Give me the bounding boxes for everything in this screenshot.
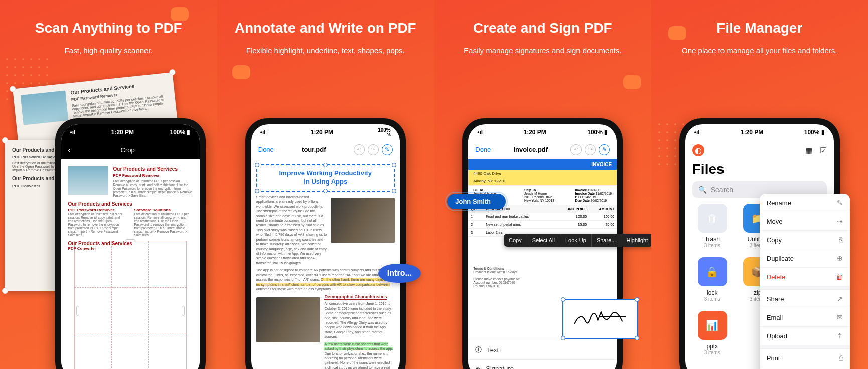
action-text[interactable]: ⓉText	[468, 340, 617, 360]
signature-icon: ✒	[475, 365, 481, 369]
panel-scan: Scan Anything to PDF Fast, high-quality …	[0, 0, 217, 369]
undo-icon[interactable]: ↶	[570, 144, 582, 155]
pen-active-icon[interactable]: ✎	[599, 144, 610, 155]
done-button[interactable]: Done	[258, 146, 274, 153]
search-placeholder: Search	[711, 186, 733, 194]
highlighted-address[interactable]: Albany, NY 12210	[468, 177, 617, 185]
file-item[interactable]: 🗑Trash3 items	[694, 204, 731, 248]
panel-title: File Manager	[651, 20, 869, 36]
action-signature[interactable]: ✒Signature	[468, 360, 617, 369]
menu-item-duplicate[interactable]: Duplicate⊕	[760, 249, 850, 268]
files-title: Files	[685, 160, 834, 181]
crop-box[interactable]	[74, 241, 187, 369]
menu-item-email[interactable]: Email✉	[760, 308, 850, 327]
panel-subtitle: Fast, high-quality scanner.	[0, 45, 217, 57]
tooltip-select-all[interactable]: Select All	[527, 234, 560, 247]
redo-icon[interactable]: ↷	[368, 144, 379, 155]
crop-handle[interactable]	[182, 306, 185, 316]
menu-item-delete[interactable]: Delete🗑	[760, 268, 850, 286]
done-button[interactable]: Done	[475, 146, 491, 153]
panel-title: Annotate and Write on PDF	[217, 20, 435, 36]
status-bar: •ıl1:20 PM100% ▮	[468, 124, 617, 140]
panel-sign: Create and Sign PDF Easily manage signat…	[434, 0, 651, 369]
panel-subtitle: Flexible highlight, underline, text, sha…	[217, 45, 435, 57]
panel-subtitle: Easily manage signatures and sign docume…	[434, 45, 651, 57]
signal-icon: •ıl	[70, 129, 76, 136]
back-icon[interactable]: ‹	[68, 146, 70, 154]
app-logo-icon: ◐	[692, 144, 704, 156]
crop-handle[interactable]	[76, 306, 79, 316]
tooltip-copy[interactable]: Copy	[504, 234, 527, 247]
text-icon: Ⓣ	[475, 345, 482, 354]
tooltip-highlight[interactable]: Highlight	[621, 234, 651, 247]
menu-item-print[interactable]: Print⎙	[760, 349, 850, 367]
menu-item-move[interactable]: Move⇢	[760, 212, 850, 231]
signer-name-badge: John Smith	[447, 194, 506, 209]
document-image	[331, 198, 395, 243]
nav-title: Crop	[121, 146, 135, 154]
table-row: 2New set of pedal arms15.0030.00	[468, 221, 617, 229]
invoice-header: INVOICE	[468, 159, 617, 170]
pen-active-icon[interactable]: ✎	[382, 144, 393, 155]
panel-subtitle: One place to manage all your files and f…	[651, 45, 869, 57]
panel-title: Scan Anything to PDF	[0, 20, 217, 36]
status-bar: •ıl1:20 PM100% ▮	[685, 124, 834, 140]
file-name: invoice.pdf	[513, 146, 548, 153]
menu-item-copy[interactable]: Copy⎘	[760, 231, 850, 249]
signature-box[interactable]	[562, 299, 638, 339]
undo-icon[interactable]: ↶	[354, 144, 365, 155]
phone-mockup: Rename✎Move⇢Copy⎘Duplicate⊕Delete🗑Share↗…	[679, 118, 840, 369]
nav-bar: Done tour.pdf ↶ ↷ ✎	[251, 140, 400, 159]
nav-bar: ‹ Crop	[61, 140, 200, 159]
tooltip-share[interactable]: Share...	[592, 234, 622, 247]
status-time: 1:20 PM	[111, 129, 134, 136]
phone-mockup: •ıl 1:20 PM 100%% Done tour.pdf ↶ ↷ ✎ Im…	[245, 118, 406, 369]
phone-mockup: •ıl 1:20 PM 100% ▮ ‹ Crop Our Products a…	[55, 118, 206, 369]
panel-file-manager: File Manager One place to manage all you…	[651, 0, 869, 369]
selection-tooltip: Copy Select All Look Up Share... Highlig…	[504, 234, 651, 247]
file-name: tour.pdf	[302, 146, 326, 153]
file-item[interactable]: 📊pptx3 items	[694, 311, 731, 355]
table-row: 1Front and rear brake cables100.00100.00	[468, 213, 617, 221]
annotation-popup[interactable]: Intro...	[378, 264, 421, 283]
menu-item-share[interactable]: Share↗	[760, 290, 850, 308]
panel-title: Create and Sign PDF	[434, 20, 651, 36]
tooltip-lookup[interactable]: Look Up	[560, 234, 592, 247]
status-bar: •ıl 1:20 PM 100% ▮	[61, 124, 200, 140]
panel-annotate: Annotate and Write on PDF Flexible highl…	[217, 0, 435, 369]
grid-view-icon[interactable]: ▦	[805, 146, 813, 155]
text-annotation-box[interactable]: Improve Working Productivityin Using App…	[256, 164, 395, 192]
highlighted-address[interactable]: 4490 Oak Drive	[468, 170, 617, 177]
crop-handle[interactable]	[125, 239, 135, 242]
document-image	[256, 297, 321, 342]
highlight-green[interactable]: A few users were clinic patients that we…	[324, 342, 393, 350]
menu-item-upload[interactable]: Upload⇡	[760, 327, 850, 345]
search-icon: 🔍	[698, 186, 707, 194]
redo-icon[interactable]: ↷	[585, 144, 596, 155]
select-icon[interactable]: ☑	[820, 146, 827, 155]
phone-mockup: John Smith Copy Select All Look Up Share…	[462, 118, 623, 369]
nav-bar: Done invoice.pdf ↶↷✎	[468, 140, 617, 159]
file-item[interactable]: 🔒lock3 items	[694, 257, 731, 302]
status-bar: •ıl 1:20 PM 100%%	[251, 124, 400, 140]
context-menu: Rename✎Move⇢Copy⎘Duplicate⊕Delete🗑Share↗…	[760, 194, 850, 369]
menu-item-rename[interactable]: Rename✎	[760, 194, 850, 212]
signal-icon: •ıl	[260, 129, 266, 136]
